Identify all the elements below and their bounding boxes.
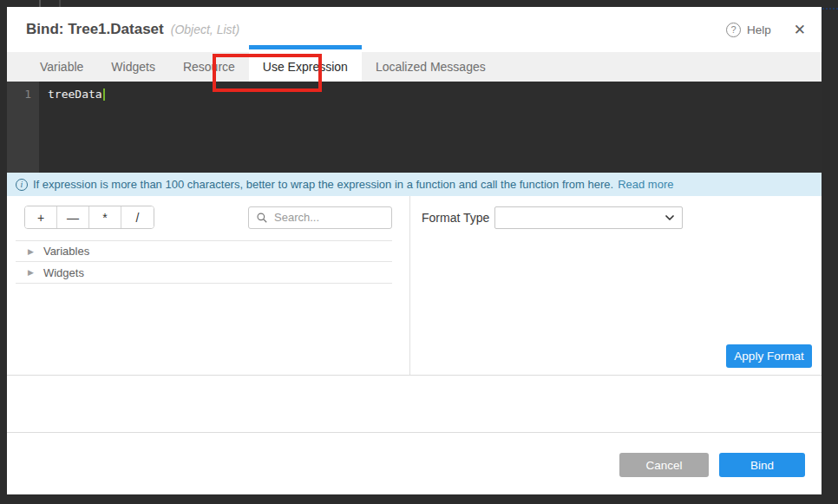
background-dotted-line — [822, 8, 838, 10]
help-label: Help — [747, 23, 771, 36]
chevron-down-icon — [663, 211, 677, 225]
dialog-subtitle: (Object, List) — [171, 23, 239, 36]
plus-operator-button[interactable]: + — [25, 206, 57, 228]
search-box[interactable] — [248, 206, 392, 229]
tab-localized-messages[interactable]: Localized Messages — [362, 52, 500, 82]
help-button[interactable]: ? Help — [726, 23, 771, 37]
expression-editor[interactable]: 1 treeData — [7, 82, 822, 173]
search-icon — [256, 212, 268, 224]
multiply-operator-button[interactable]: * — [89, 206, 121, 228]
text-cursor — [103, 88, 105, 101]
app-backdrop: Bind: Tree1.Dataset (Object, List) ? Hel… — [0, 0, 838, 504]
expression-helpers-pane: + — * / ▶ — [7, 196, 410, 375]
editor-gutter: 1 — [7, 82, 39, 173]
help-icon: ? — [726, 23, 741, 37]
format-pane: Format Type Apply Format — [410, 196, 822, 375]
chevron-right-icon: ▶ — [28, 268, 34, 277]
expression-text: treeData — [48, 88, 102, 101]
info-icon: i — [16, 179, 28, 191]
search-input[interactable] — [274, 211, 384, 224]
cancel-button[interactable]: Cancel — [619, 453, 709, 477]
expression-input[interactable]: treeData — [39, 82, 822, 173]
tab-resource[interactable]: Resource — [169, 52, 249, 82]
tab-use-expression[interactable]: Use Expression — [249, 52, 362, 82]
tree-item-variables[interactable]: ▶ Variables — [16, 240, 392, 262]
dialog-footer: Cancel Bind — [7, 433, 822, 494]
format-type-select[interactable] — [494, 206, 683, 229]
tab-widgets[interactable]: Widgets — [97, 52, 169, 82]
chevron-right-icon: ▶ — [28, 247, 34, 256]
line-number: 1 — [24, 88, 31, 101]
tree-item-label: Variables — [43, 245, 89, 258]
dialog-title: Bind: Tree1.Dataset — [26, 21, 164, 38]
empty-section — [7, 376, 822, 433]
minus-operator-button[interactable]: — — [57, 206, 89, 228]
background-artifact — [59, 0, 61, 7]
dialog-header: Bind: Tree1.Dataset (Object, List) ? Hel… — [7, 7, 822, 52]
info-message: If expression is more than 100 character… — [33, 178, 613, 191]
tab-variable[interactable]: Variable — [26, 52, 97, 82]
main-area: + — * / ▶ — [7, 196, 822, 376]
read-more-link[interactable]: Read more — [618, 178, 673, 191]
bind-button[interactable]: Bind — [719, 453, 805, 477]
tab-bar: Variable Widgets Resource Use Expression… — [7, 52, 822, 82]
close-icon[interactable]: ✕ — [794, 23, 806, 37]
background-artifact — [39, 0, 41, 7]
format-type-label: Format Type — [422, 211, 494, 225]
tree-item-widgets[interactable]: ▶ Widgets — [16, 262, 392, 284]
apply-format-button[interactable]: Apply Format — [726, 344, 812, 368]
bind-dialog: Bind: Tree1.Dataset (Object, List) ? Hel… — [7, 7, 822, 494]
operator-button-group: + — * / — [24, 206, 154, 229]
helper-tree: ▶ Variables ▶ Widgets — [16, 240, 392, 284]
divide-operator-button[interactable]: / — [121, 206, 154, 228]
info-bar: i If expression is more than 100 charact… — [7, 173, 822, 196]
tree-item-label: Widgets — [43, 266, 84, 279]
